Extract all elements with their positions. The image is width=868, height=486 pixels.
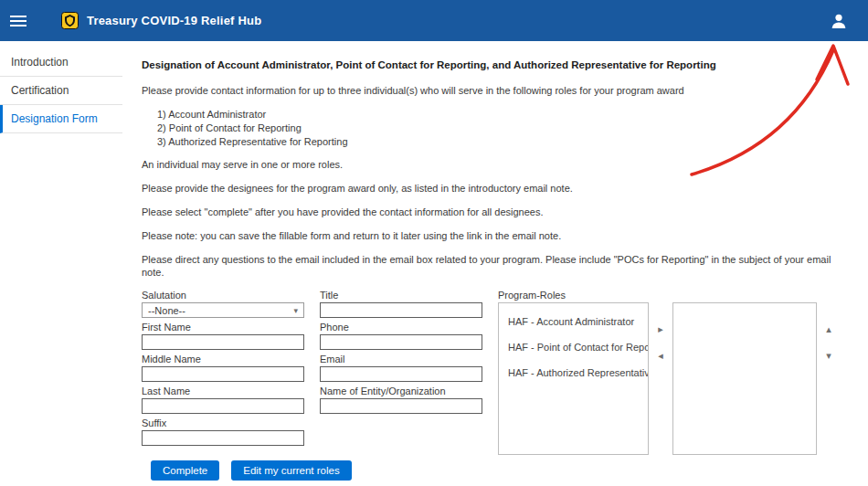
phone-input[interactable] bbox=[320, 334, 482, 350]
title-label: Title bbox=[320, 290, 482, 301]
sidebar-item-certification[interactable]: Certification bbox=[0, 77, 122, 105]
program-roles-label: Program-Roles bbox=[498, 290, 841, 301]
phone-label: Phone bbox=[320, 322, 482, 333]
salutation-select[interactable]: --None-- ▾ bbox=[142, 302, 304, 318]
instruction-text: Please select "complete" after you have … bbox=[142, 206, 855, 218]
app-window: Treasury COVID-19 Relief Hub Introductio… bbox=[0, 0, 868, 486]
program-roles-available-listbox[interactable]: HAF - Account Administrator HAF - Point … bbox=[498, 302, 649, 455]
email-label: Email bbox=[320, 354, 482, 364]
edit-roles-button[interactable]: Edit my current roles bbox=[231, 460, 351, 481]
last-name-label: Last Name bbox=[142, 386, 304, 396]
suffix-input[interactable] bbox=[142, 430, 304, 446]
first-name-input[interactable] bbox=[142, 334, 304, 350]
roles-list-item: 1) Account Administrator bbox=[157, 108, 855, 122]
program-role-option[interactable]: HAF - Authorized Representative fo... bbox=[499, 360, 648, 386]
app-title: Treasury COVID-19 Relief Hub bbox=[87, 14, 261, 27]
form-column-left: Salutation --None-- ▾ First Name Middle … bbox=[142, 290, 304, 449]
chevron-down-icon: ▾ bbox=[293, 306, 298, 315]
first-name-label: First Name bbox=[142, 322, 304, 333]
suffix-label: Suffix bbox=[142, 417, 304, 428]
sidebar-item-introduction[interactable]: Introduction bbox=[0, 48, 122, 77]
roles-list-item: 3) Authorized Representative for Reporti… bbox=[157, 135, 855, 149]
instruction-text: Please provide the designees for the pro… bbox=[142, 182, 855, 195]
program-role-option[interactable]: HAF - Point of Contact for Reporting bbox=[499, 334, 648, 360]
last-name-input[interactable] bbox=[142, 398, 304, 414]
complete-button[interactable]: Complete bbox=[151, 460, 219, 481]
main-content: Designation of Account Administrator, Po… bbox=[122, 41, 868, 486]
hamburger-menu-icon[interactable] bbox=[10, 13, 28, 29]
form-actions: Complete Edit my current roles bbox=[151, 460, 855, 481]
title-input[interactable] bbox=[320, 302, 482, 318]
program-roles-selected-listbox[interactable] bbox=[672, 302, 817, 455]
middle-name-label: Middle Name bbox=[142, 354, 304, 364]
move-up-icon[interactable]: ▴ bbox=[826, 324, 831, 333]
roles-list: 1) Account Administrator 2) Point of Con… bbox=[157, 108, 855, 149]
reorder-arrows: ▴ ▾ bbox=[817, 302, 841, 360]
program-roles-picker: Program-Roles HAF - Account Administrato… bbox=[498, 290, 841, 455]
page-title: Designation of Account Administrator, Po… bbox=[142, 59, 855, 71]
program-role-option[interactable]: HAF - Account Administrator bbox=[499, 309, 648, 334]
move-left-icon[interactable]: ◂ bbox=[658, 351, 663, 360]
intro-text: Please provide contact information for u… bbox=[142, 84, 855, 97]
roles-list-item: 2) Point of Contact for Reporting bbox=[157, 122, 855, 135]
treasury-logo-icon bbox=[61, 12, 79, 29]
entity-label: Name of Entity/Organization bbox=[320, 386, 482, 396]
app-header: Treasury COVID-19 Relief Hub bbox=[0, 0, 868, 41]
move-arrows: ▸ ◂ bbox=[649, 302, 672, 360]
designation-form: Salutation --None-- ▾ First Name Middle … bbox=[142, 290, 855, 455]
entity-input[interactable] bbox=[320, 398, 482, 414]
salutation-value: --None-- bbox=[148, 305, 185, 316]
instruction-text: An individual may serve in one or more r… bbox=[142, 158, 855, 171]
sidebar-item-designation-form[interactable]: Designation Form bbox=[0, 105, 122, 133]
middle-name-input[interactable] bbox=[142, 366, 304, 382]
instruction-text: Please direct any questions to the email… bbox=[142, 253, 855, 279]
salutation-label: Salutation bbox=[142, 290, 304, 301]
user-avatar-icon[interactable] bbox=[830, 12, 848, 30]
move-right-icon[interactable]: ▸ bbox=[658, 324, 663, 333]
sidebar-nav: Introduction Certification Designation F… bbox=[0, 41, 122, 486]
instruction-text: Please note: you can save the fillable f… bbox=[142, 229, 855, 242]
move-down-icon[interactable]: ▾ bbox=[826, 351, 831, 360]
email-input[interactable] bbox=[320, 366, 482, 382]
form-column-middle: Title Phone Email Name of Entity/Organiz… bbox=[320, 290, 482, 417]
